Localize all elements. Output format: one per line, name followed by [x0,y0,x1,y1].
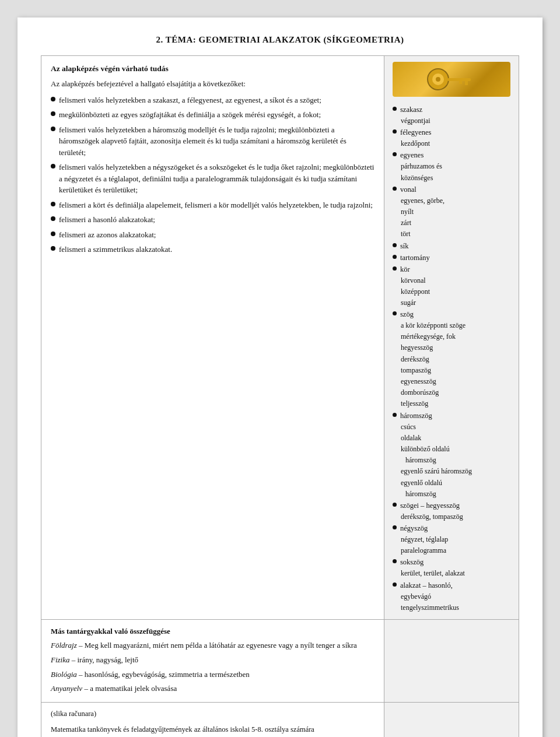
list-item: félegyenes [393,127,510,138]
bullet-text: felismeri a szimmetrikus alakzatokat. [59,244,374,255]
subitem-text: derékszög, tompaszög [401,511,463,522]
subitem-text: tört [401,229,411,240]
subitem-text: egyenlő oldalú [401,478,442,489]
right-vocabulary-list: szakasz végpontjai félegyenes kezdőpont … [393,104,510,613]
subitem-text: párhuzamos és [401,161,442,172]
list-subitem: domborúszög [393,387,510,398]
bullet-text: felismeri valós helyzetekben a háromszög… [59,124,374,159]
item-text: szög [400,308,414,320]
subitem-text: mértékegysége, fok [401,331,456,342]
subject-text: – Meg kell magyarázni, miért nem példa a… [79,641,357,650]
list-subitem: a kör középponti szöge [393,320,510,331]
bullet-dot [51,111,55,116]
bullet-dot [393,187,397,191]
list-subitem: paralelogramma [393,545,510,556]
subitem-text: középpont [401,286,430,297]
subitem-text: egyenlő szárú háromszög [401,466,472,477]
subject-text: – a matematikai jelek olvasása [84,684,177,693]
subject-label: Anyanyelv [51,684,82,693]
item-text: tartomány [400,252,430,264]
bottom-left-section: Más tantárgyakkal való összefüggése Föld… [41,620,384,702]
subitem-text: egybevágó [401,591,431,602]
item-text: kör [400,264,410,275]
list-subitem: oldalak [393,433,510,444]
list-subitem: különböző oldalú [393,444,510,455]
list-subitem: körvonal [393,275,510,286]
bullet-dot [393,413,397,417]
list-subitem: zárt [393,217,510,229]
bullet-dot [51,127,55,131]
subitem-text: négyzet, téglalap [401,534,448,545]
item-text: háromszög [400,410,432,422]
list-item: sík [393,240,510,252]
bullet-text: felismeri a hasonló alakzatokat; [59,214,374,226]
bullet-dot [51,164,55,169]
subitem-text: különböző oldalú [401,444,450,455]
list-item: szakasz [393,104,510,115]
item-text: vonal [400,184,416,195]
list-item: háromszög [393,410,510,422]
list-item: sokszög [393,556,510,568]
list-subitem: egyenlő oldalú [393,478,510,489]
item-text: egyenes [400,149,424,161]
list-subitem: teljesszög [393,398,510,409]
subitem-text: teljesszög [401,398,428,409]
bullet-dot [393,266,397,271]
right-column: szakasz végpontjai félegyenes kezdőpont … [384,56,519,619]
subitem-text: egyenesszög [401,376,436,387]
list-subitem: tört [393,229,510,240]
item-text: négyszög [400,522,428,534]
list-subitem: mértékegysége, fok [393,331,510,342]
list-subitem: négyzet, téglalap [393,534,510,545]
bottom-right-section [384,620,519,702]
subject-line-2: Fizika – irány, nagyság, lejtő [51,654,374,666]
subitem-text: kezdőpont [401,138,430,149]
subject-line-1: Földrajz – Meg kell magyarázni, miért ne… [51,640,374,652]
subitem-text: háromszög [405,489,436,500]
list-subitem: végpontjai [393,115,510,127]
subject-text: – irány, nagyság, lejtő [72,655,138,664]
refs-text1: Matematika tankönyvek és feladatgyűjtemé… [51,724,374,735]
list-subitem: egyenlő szárú háromszög [393,466,510,477]
subitem-text: derékszög [401,354,429,365]
bullet-text: megkülönbözteti az egyes szögfajtákat és… [59,109,374,121]
bullet-dot [393,129,397,134]
list-item: egyenes [393,149,510,161]
list-item: alakzat – hasonló, [393,580,510,591]
subitem-text: tompaszög [401,365,431,376]
list-subitem: egyenes, görbe, [393,195,510,206]
section-heading: Az alapképzés végén várható tudás [51,64,374,73]
bullet-dot [393,503,397,507]
subject-line-3: Biológia – hasonlóság, egybevágóság, szi… [51,669,374,681]
list-subitem: tompaszög [393,365,510,376]
computer-label: (slika računara) [51,710,374,718]
svg-rect-5 [459,80,462,84]
bullet-dot [51,202,55,206]
item-text: alakzat – hasonló, [400,580,453,591]
bullet-item-2: megkülönbözteti az egyes szögfajtákat és… [51,109,374,121]
list-subitem: tengelyszimmetrikus [393,602,510,613]
subitem-text: hegyesszög [401,342,433,353]
refs-right [384,703,519,737]
list-subitem: derékszög, tompaszög [393,511,510,522]
bullet-dot [51,97,55,101]
bullet-item-1: felismeri valós helyzetekben a szakaszt,… [51,94,374,106]
list-item: négyszög [393,522,510,534]
bottom-section-title: Más tantárgyakkal való összefüggése [51,627,374,636]
list-item: tartomány [393,252,510,264]
bullet-text: felismeri valós helyzetekben a négyszöge… [59,162,374,196]
svg-point-2 [436,77,440,82]
list-subitem: háromszög [393,455,510,466]
subitem-text: a kör középponti szöge [401,320,466,331]
list-item: kör [393,264,510,275]
bullet-item-3: felismeri valós helyzetekben a háromszög… [51,124,374,159]
list-subitem: nyílt [393,206,510,217]
bullet-text: felismeri a kört és definiálja alapeleme… [59,199,374,211]
page: 2. TÉMA: GEOMETRIAI ALAKZATOK (SÍKGEOMET… [18,17,542,737]
list-subitem: csúcs [393,422,510,433]
subitem-text: egyenes, görbe, [401,195,444,206]
list-item: vonal [393,184,510,195]
subject-label: Fizika [51,655,70,664]
left-column: Az alapképzés végén várható tudás Az ala… [41,56,384,619]
bullet-dot [393,582,397,587]
